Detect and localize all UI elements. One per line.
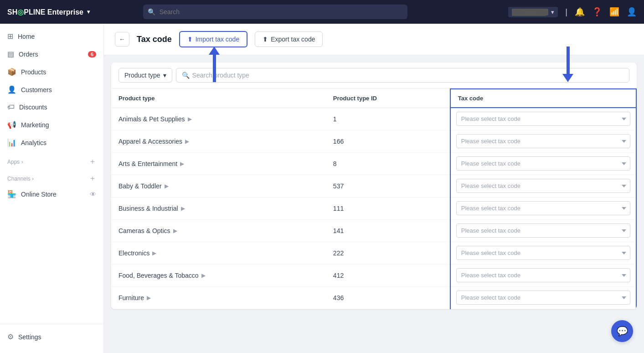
sidebar-item-online-store[interactable]: 🏪 Online Store 👁	[0, 185, 103, 203]
row-expand-icon[interactable]: ▶	[165, 183, 169, 189]
products-icon: 📦	[7, 67, 16, 76]
tax-code-select[interactable]: Please select tax code	[456, 112, 630, 126]
tax-code-cell: Please select tax code	[450, 219, 636, 242]
help-icon[interactable]: ❓	[592, 7, 602, 17]
table-row: Baby & Toddler ▶537Please select tax cod…	[111, 175, 636, 197]
chat-icon: 💬	[617, 326, 628, 337]
store-chevron[interactable]: ▾	[87, 9, 90, 15]
sidebar-item-marketing[interactable]: 📢 Marketing	[0, 116, 103, 134]
sidebar-label-marketing: Marketing	[21, 121, 49, 129]
apps-section: Apps › ＋	[0, 151, 103, 168]
store-selector[interactable]: ████████ ▾	[508, 7, 558, 17]
chat-button[interactable]: 💬	[611, 320, 633, 342]
sidebar-label-home: Home	[18, 33, 35, 40]
sidebar-item-discounts[interactable]: 🏷 Discounts	[0, 99, 103, 116]
product-type-id: 111	[326, 197, 450, 219]
table-row: Arts & Entertainment ▶8Please select tax…	[111, 152, 636, 175]
th-product-type-id: Product type ID	[326, 89, 450, 108]
store-icon: 🏪	[7, 190, 16, 198]
row-expand-icon[interactable]: ▶	[147, 295, 151, 301]
table-row: Food, Beverages & Tobacco ▶412Please sel…	[111, 264, 636, 286]
sidebar-item-analytics[interactable]: 📊 Analytics	[0, 134, 103, 151]
product-type-name: Electronics ▶	[111, 242, 326, 264]
channels-label[interactable]: Channels ›	[7, 176, 34, 182]
page-header: ← Tax code ⬆ Import tax code ⬆ Export ta…	[104, 24, 644, 55]
product-type-name: Arts & Entertainment ▶	[111, 152, 326, 175]
store-chevron-icon: ▾	[551, 9, 554, 16]
search-icon: 🔍	[148, 8, 155, 16]
row-expand-icon[interactable]: ▶	[188, 116, 192, 122]
row-expand-icon[interactable]: ▶	[173, 228, 177, 234]
import-tax-code-button[interactable]: ⬆ Import tax code	[179, 31, 248, 47]
product-type-table: Product type ▾ 🔍 Product type Product ty…	[111, 62, 637, 309]
back-button[interactable]: ←	[115, 32, 129, 47]
back-icon: ←	[119, 36, 125, 43]
tax-code-cell: Please select tax code	[450, 108, 636, 130]
row-expand-icon[interactable]: ▶	[180, 161, 184, 167]
page-title: Tax code	[137, 35, 172, 44]
sidebar-item-customers[interactable]: 👤 Customers	[0, 81, 103, 99]
analytics-icon: 📊	[7, 138, 16, 147]
sidebar-label-orders: Orders	[19, 51, 38, 58]
sidebar-item-settings[interactable]: ⚙ Settings	[0, 328, 103, 346]
row-expand-icon[interactable]: ▶	[201, 272, 206, 279]
filter-chevron: ▾	[163, 72, 166, 79]
sidebar-label-customers: Customers	[21, 86, 52, 93]
tax-code-select[interactable]: Please select tax code	[456, 246, 630, 260]
export-tax-code-button[interactable]: ⬆ Export tax code	[255, 31, 323, 47]
search-filter-input[interactable]	[192, 72, 623, 79]
settings-icon: ⚙	[7, 332, 14, 341]
tax-code-select[interactable]: Please select tax code	[456, 223, 630, 238]
sidebar-label-settings: Settings	[18, 333, 41, 341]
tax-code-select[interactable]: Please select tax code	[456, 134, 630, 148]
user-avatar[interactable]: 👤	[627, 7, 637, 17]
tax-code-select[interactable]: Please select tax code	[456, 156, 630, 171]
channels-add-icon[interactable]: ＋	[89, 174, 96, 183]
product-type-id: 1	[326, 108, 450, 130]
tax-code-cell: Please select tax code	[450, 197, 636, 219]
tax-code-cell: Please select tax code	[450, 175, 636, 197]
tax-code-cell: Please select tax code	[450, 152, 636, 175]
sidebar-item-orders[interactable]: ▤ Orders 6	[0, 45, 103, 63]
tax-code-select[interactable]: Please select tax code	[456, 179, 630, 193]
bell-icon[interactable]: 🔔	[575, 7, 585, 17]
logo-text: SH◎PLINE Enterprise	[7, 8, 83, 16]
th-product-type: Product type	[111, 89, 326, 108]
sidebar-label-analytics: Analytics	[21, 139, 46, 146]
product-type-name: Business & Industrial ▶	[111, 197, 326, 219]
th-tax-code: Tax code	[450, 89, 636, 108]
product-type-filter[interactable]: Product type ▾	[118, 68, 172, 83]
apps-add-icon[interactable]: ＋	[89, 157, 96, 166]
sidebar-item-home[interactable]: ⊞ Home	[0, 27, 103, 45]
data-table: Product type Product type ID Tax code An…	[111, 88, 637, 309]
product-type-name: Animals & Pet Supplies ▶	[111, 108, 326, 130]
table-row: Furniture ▶436Please select tax code	[111, 286, 636, 309]
arrow-head-up	[209, 47, 220, 55]
sidebar-label-products: Products	[21, 68, 46, 76]
tax-code-select[interactable]: Please select tax code	[456, 268, 630, 282]
sidebar-item-products[interactable]: 📦 Products	[0, 63, 103, 81]
product-type-id: 222	[326, 242, 450, 264]
product-type-id: 166	[326, 130, 450, 152]
row-expand-icon[interactable]: ▶	[181, 205, 185, 212]
main-content: ← Tax code ⬆ Import tax code ⬆ Export ta…	[104, 24, 644, 353]
filter-bar: Product type ▾ 🔍	[111, 62, 637, 88]
row-expand-icon[interactable]: ▶	[185, 138, 189, 145]
marketing-icon: 📢	[7, 120, 16, 129]
tax-code-select[interactable]: Please select tax code	[456, 291, 630, 305]
arrow-shaft-down	[567, 47, 570, 74]
tax-code-cell: Please select tax code	[450, 242, 636, 264]
export-label: Export tax code	[271, 36, 315, 43]
home-icon: ⊞	[7, 32, 13, 41]
tax-code-cell: Please select tax code	[450, 286, 636, 309]
row-expand-icon[interactable]: ▶	[152, 250, 156, 256]
apps-label[interactable]: Apps ›	[7, 159, 23, 165]
nav-right: ████████ ▾ | 🔔 ❓ 📶 👤	[508, 7, 637, 17]
tax-code-select[interactable]: Please select tax code	[456, 201, 630, 215]
product-type-id: 436	[326, 286, 450, 309]
product-type-id: 141	[326, 219, 450, 242]
product-type-id: 537	[326, 175, 450, 197]
top-navigation: SH◎PLINE Enterprise ▾ 🔍 ████████ ▾ | 🔔 ❓…	[0, 0, 644, 24]
sidebar-bottom: ⚙ Settings	[0, 324, 103, 349]
search-input[interactable]	[143, 5, 407, 19]
